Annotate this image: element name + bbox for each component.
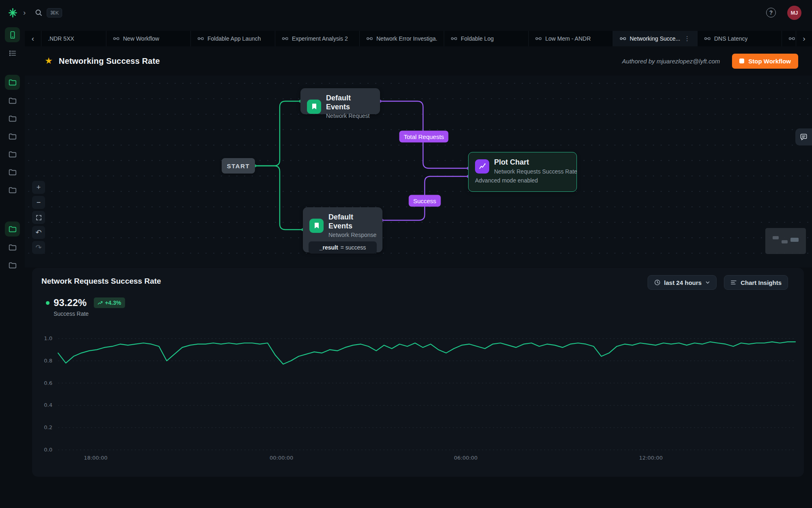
sidebar-folder-4[interactable] xyxy=(5,129,20,144)
tabs-scroll-left-button[interactable]: ‹ xyxy=(25,31,41,46)
canvas-minimap[interactable] xyxy=(765,228,806,254)
chart-panel: Network Requests Success Rate last 24 ho… xyxy=(32,268,804,477)
tab-workflow-5[interactable]: Foldable Log xyxy=(444,31,528,46)
expand-icon xyxy=(36,215,42,221)
time-range-dropdown[interactable]: last 24 hours xyxy=(648,275,717,290)
node-default-events-response[interactable]: Default Events Network Response _result … xyxy=(303,207,382,252)
sidebar-item-devices[interactable] xyxy=(5,27,20,42)
tab-workflow-0[interactable]: .NDR 5XX xyxy=(41,31,106,46)
sidebar-folder-active[interactable] xyxy=(5,75,20,90)
workflow-canvas[interactable]: START Default Events Network Request xyxy=(25,76,812,267)
svg-text:1.0: 1.0 xyxy=(44,335,52,341)
page-title: Networking Success Rate xyxy=(59,56,160,66)
workflow-edges xyxy=(25,76,812,267)
line-chart-icon xyxy=(475,159,489,174)
tab-workflow-6[interactable]: Low Mem - ANDR xyxy=(528,31,613,46)
chart-title: Network Requests Success Rate xyxy=(41,277,161,286)
bookmark-icon xyxy=(309,219,324,233)
main-content: ‹ .NDR 5XX New Workflow Foldable App Lau… xyxy=(25,31,812,508)
sidebar-folder-2[interactable] xyxy=(5,93,20,108)
folder-icon xyxy=(8,168,17,177)
svg-text:0.6: 0.6 xyxy=(44,380,52,386)
node-start[interactable]: START xyxy=(222,158,255,174)
success-rate-stat: 93.22% +4.3% Success Rate xyxy=(46,297,125,317)
avatar[interactable]: MJ xyxy=(787,6,801,20)
topbar: › ⌘K ? MJ xyxy=(0,0,812,31)
folder-icon xyxy=(8,132,17,141)
stop-icon xyxy=(739,59,744,63)
sidebar-folder-10[interactable] xyxy=(5,258,20,273)
app-logo-icon xyxy=(7,7,18,18)
workflow-icon xyxy=(704,35,710,42)
list-icon xyxy=(8,49,17,58)
redo-button[interactable]: ↷ xyxy=(32,241,45,254)
series-dot-icon xyxy=(46,301,50,305)
insights-icon xyxy=(730,279,737,286)
sidebar-item-runs-list[interactable] xyxy=(5,46,20,61)
folder-icon xyxy=(8,186,17,195)
help-button[interactable]: ? xyxy=(766,8,776,17)
folder-icon xyxy=(8,96,17,105)
node-plot-chart[interactable]: Plot Chart Network Requests Success Rate… xyxy=(468,152,577,192)
edge-label-success[interactable]: Success xyxy=(409,195,441,207)
canvas-toolbar: + − ↶ ↷ xyxy=(32,181,45,254)
svg-text:00:00:00: 00:00:00 xyxy=(270,455,293,461)
workflow-icon xyxy=(451,35,457,42)
edge-label-total-requests[interactable]: Total Requests xyxy=(399,131,448,143)
svg-text:0.0: 0.0 xyxy=(44,447,52,453)
tab-workflow-4[interactable]: Network Error Investiga... xyxy=(359,31,444,46)
svg-text:0.2: 0.2 xyxy=(44,424,52,430)
folder-icon xyxy=(8,78,17,87)
sidebar xyxy=(0,31,25,508)
fit-view-button[interactable] xyxy=(32,211,45,224)
svg-text:12:00:00: 12:00:00 xyxy=(639,455,663,461)
svg-text:18:00:00: 18:00:00 xyxy=(84,455,107,461)
sidebar-folder-5[interactable] xyxy=(5,147,20,162)
favorite-star-icon[interactable]: ★ xyxy=(45,56,53,66)
folder-icon xyxy=(8,150,17,159)
svg-text:06:00:00: 06:00:00 xyxy=(454,455,477,461)
advanced-mode-note: Advanced mode enabled xyxy=(469,176,577,184)
sidebar-expand-icon[interactable]: › xyxy=(23,8,26,17)
workflow-icon xyxy=(197,35,204,42)
sidebar-folder-7[interactable] xyxy=(5,182,20,198)
smartphone-icon xyxy=(8,30,17,39)
workflow-icon xyxy=(788,35,795,42)
chart-insights-button[interactable]: Chart Insights xyxy=(724,275,788,290)
tabs-scroll-right-button[interactable]: › xyxy=(796,31,812,46)
comments-button[interactable] xyxy=(795,128,812,145)
chat-bubble-icon xyxy=(799,133,808,141)
zoom-in-button[interactable]: + xyxy=(32,181,45,194)
search-button[interactable]: ⌘K xyxy=(35,8,62,17)
undo-button[interactable]: ↶ xyxy=(32,226,45,239)
tab-workflow-7-active[interactable]: Networking Succe... ⋮ xyxy=(613,31,697,46)
folder-icon xyxy=(8,225,17,234)
folder-icon xyxy=(8,243,17,252)
tab-workflow-2[interactable]: Foldable App Launch xyxy=(190,31,275,46)
sidebar-folder-9[interactable] xyxy=(5,240,20,255)
condition-chip[interactable]: _result = success xyxy=(309,241,377,254)
folder-icon xyxy=(8,114,17,123)
workflow-icon xyxy=(282,35,288,42)
folder-icon xyxy=(8,261,17,270)
tab-workflow-8[interactable]: DNS Latency xyxy=(697,31,782,46)
tab-menu-icon[interactable]: ⋮ xyxy=(684,35,691,42)
bookmark-icon xyxy=(307,100,321,114)
node-default-events-request[interactable]: Default Events Network Request xyxy=(300,88,380,114)
tab-workflow-3[interactable]: Experiment Analysis 2 xyxy=(275,31,359,46)
workflow-icon xyxy=(366,35,373,42)
stop-workflow-button[interactable]: Stop Workflow xyxy=(732,54,798,69)
workflow-icon xyxy=(113,35,119,42)
sidebar-folder-3[interactable] xyxy=(5,111,20,126)
sidebar-folder-6[interactable] xyxy=(5,165,20,180)
sidebar-folder-active-2[interactable] xyxy=(5,221,20,237)
trend-up-icon xyxy=(97,300,103,306)
tab-workflow-1[interactable]: New Workflow xyxy=(106,31,190,46)
workflow-icon xyxy=(620,35,626,42)
zoom-out-button[interactable]: − xyxy=(32,196,45,209)
workflow-icon xyxy=(535,35,542,42)
success-rate-line-chart: 0.00.20.40.60.81.018:00:0000:00:0006:00:… xyxy=(32,334,801,465)
stat-label: Success Rate xyxy=(54,310,125,317)
app-root: › ⌘K ? MJ ‹ .ND xyxy=(0,0,812,508)
stat-value: 93.22% xyxy=(54,297,86,308)
